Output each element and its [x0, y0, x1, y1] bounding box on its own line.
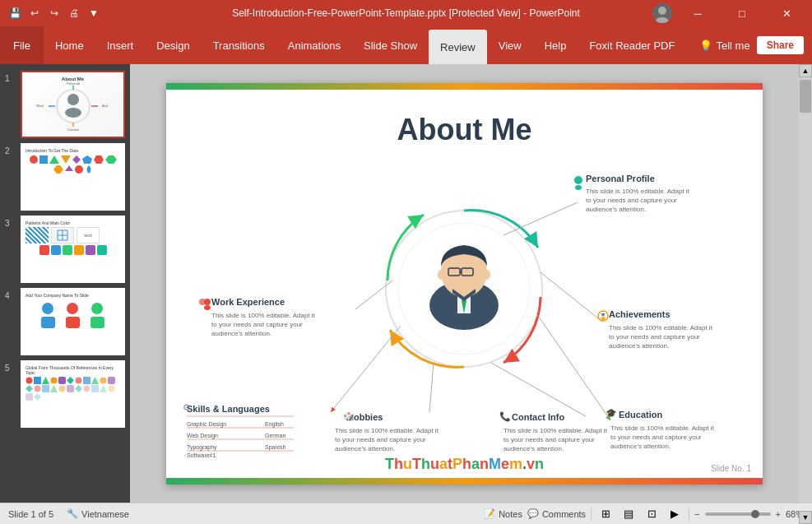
minimize-button[interactable]: ─	[679, 0, 717, 26]
menu-help[interactable]: Help	[533, 26, 578, 64]
svg-text:This slide is 100% editable. A: This slide is 100% editable. Adapt it	[211, 312, 316, 319]
normal-view-button[interactable]: ⊞	[596, 505, 615, 523]
svg-text:Spanish: Spanish	[265, 444, 285, 451]
slide-number-2: 2	[5, 143, 16, 155]
menu-animations[interactable]: Animations	[276, 26, 352, 64]
scroll-track[interactable]	[799, 77, 812, 503]
svg-marker-50	[100, 385, 107, 392]
zoom-slider[interactable]	[705, 512, 771, 516]
scroll-up-button[interactable]: ▲	[799, 64, 812, 77]
notes-button[interactable]: 📝 Notes	[484, 508, 522, 519]
svg-text:to your needs and capture your: to your needs and capture your	[586, 197, 677, 204]
redo-btn[interactable]: ↪	[46, 5, 63, 21]
svg-text:Contact: Contact	[67, 128, 80, 131]
svg-point-4	[65, 108, 81, 118]
divider	[591, 508, 592, 521]
comments-button[interactable]: 💬 Comments	[527, 508, 586, 519]
svg-rect-34	[58, 377, 66, 384]
svg-line-69	[536, 313, 610, 420]
language-icon: 🔧	[67, 508, 78, 519]
menu-home[interactable]: Home	[44, 26, 95, 64]
menu-review[interactable]: Review	[429, 30, 487, 64]
undo-btn[interactable]: ↩	[26, 5, 43, 21]
zoom-slider-thumb[interactable]	[751, 510, 759, 518]
svg-point-39	[100, 378, 107, 384]
svg-point-84	[199, 299, 206, 305]
svg-rect-43	[42, 385, 49, 392]
print-btn[interactable]: 🖨	[66, 5, 82, 21]
notes-label: Notes	[499, 509, 522, 519]
notes-icon: 📝	[484, 508, 495, 519]
share-button[interactable]: Share	[757, 36, 804, 54]
vertical-scrollbar[interactable]: ▲ ▼	[799, 64, 812, 503]
scroll-down-button[interactable]: ▼	[799, 511, 812, 524]
watermark-h: h	[394, 456, 403, 472]
svg-marker-22	[65, 165, 73, 171]
qat-dropdown[interactable]: ▼	[86, 5, 102, 21]
watermark-m: M	[489, 456, 501, 472]
outline-view-button[interactable]: ▤	[619, 505, 638, 523]
svg-point-64	[484, 270, 490, 280]
zoom-plus[interactable]: +	[776, 509, 781, 519]
svg-text:to your needs and capture your: to your needs and capture your	[503, 436, 595, 443]
menu-design[interactable]: Design	[145, 26, 201, 64]
menu-insert[interactable]: Insert	[95, 26, 146, 64]
zoom-minus[interactable]: −	[694, 509, 699, 519]
svg-text:Personal: Personal	[67, 81, 80, 86]
svg-rect-14	[39, 155, 48, 164]
svg-text:Skills & Languages: Skills & Languages	[187, 404, 270, 414]
slide-thumbnail-1[interactable]: 1 About Me	[5, 71, 125, 138]
slide-panel: 1 About Me	[0, 64, 130, 503]
svg-point-26	[67, 303, 78, 314]
slide-thumbnail-2[interactable]: 2 Introduction To Get The Data	[5, 143, 125, 211]
reading-view-button[interactable]: ⊡	[643, 505, 661, 523]
svg-text:This slide is 100% editable. A: This slide is 100% editable. Adapt it	[335, 427, 439, 434]
tell-me[interactable]: 💡 Tell me	[699, 39, 749, 52]
slide-number-1: 1	[5, 71, 16, 83]
scroll-thumb[interactable]	[800, 80, 811, 113]
svg-text:Personal Profile: Personal Profile	[586, 174, 655, 183]
watermark-n: n	[480, 456, 489, 472]
save-btn[interactable]: 💾	[7, 5, 23, 21]
slide-number-3: 3	[5, 216, 16, 228]
slide-image-5[interactable]: Global From Thousands Of References In E…	[21, 360, 125, 428]
slide-thumbnail-4[interactable]: 4 Add Your Company Name To Slide	[5, 288, 125, 355]
svg-point-36	[76, 378, 82, 384]
svg-text:audience's attention.: audience's attention.	[503, 445, 564, 452]
close-button[interactable]: ✕	[768, 0, 805, 26]
menu-foxit[interactable]: Foxit Reader PDF	[578, 26, 686, 64]
slide-image-3[interactable]: Patterns And Main Color text	[21, 216, 125, 283]
menu-view[interactable]: View	[487, 26, 533, 64]
svg-text:Work: Work	[36, 104, 44, 108]
menu-file[interactable]: File	[0, 26, 44, 64]
svg-point-13	[30, 155, 38, 164]
svg-rect-40	[108, 377, 115, 384]
svg-marker-38	[91, 377, 99, 384]
slide-image-4[interactable]: Add Your Company Name To Slide	[21, 288, 125, 355]
ribbon: File Home Insert Design Transitions Anim…	[0, 26, 812, 64]
slide-container[interactable]: About Me	[166, 83, 763, 485]
profile-icon[interactable]	[652, 3, 672, 23]
status-bar: Slide 1 of 5 🔧 Vietnamese 📝 Notes 💬 Comm…	[0, 503, 812, 524]
menu-transitions[interactable]: Transitions	[202, 26, 276, 64]
slide-thumbnail-5[interactable]: 5 Global From Thousands Of References In…	[5, 360, 125, 428]
slideshow-button[interactable]: ▶	[666, 505, 684, 523]
language-indicator[interactable]: 🔧 Vietnamese	[67, 508, 129, 519]
slide-image-1[interactable]: About Me Personal	[21, 71, 125, 138]
menu-slideshow[interactable]: Slide Show	[352, 26, 429, 64]
slide-image-2[interactable]: Introduction To Get The Data	[21, 143, 125, 211]
slide-thumbnail-3[interactable]: 3 Patterns And Main Color text	[5, 216, 125, 283]
svg-text:📞: 📞	[499, 410, 511, 422]
watermark-thu: T	[385, 456, 394, 472]
svg-rect-31	[34, 377, 41, 384]
svg-text:German: German	[265, 433, 285, 438]
svg-text:audience's attention.: audience's attention.	[610, 443, 670, 450]
slide-count-text: Slide 1 of 5	[8, 509, 53, 519]
svg-marker-17	[72, 155, 81, 164]
language-text: Vietnamese	[81, 509, 129, 519]
lightbulb-icon: 💡	[699, 39, 712, 52]
quick-access-toolbar: 💾 ↩ ↪ 🖨 ▼	[7, 5, 102, 21]
watermark-a: a	[439, 456, 448, 472]
maximize-button[interactable]: □	[723, 0, 761, 26]
comments-icon: 💬	[527, 508, 539, 519]
